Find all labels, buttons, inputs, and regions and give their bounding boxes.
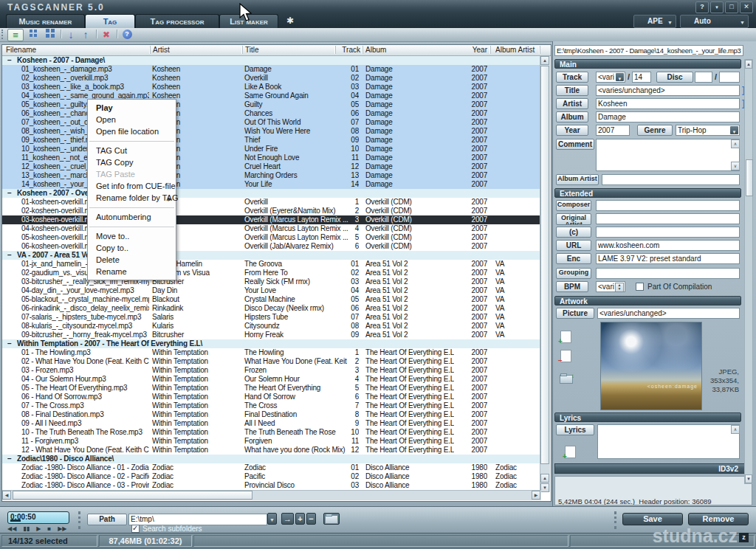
file-row[interactable]: 04 - Our Solemn Hour.mp3Within Temptatio… — [2, 375, 542, 384]
group-header-row[interactable]: Within Temptation - 2007 - The Heart Of … — [2, 339, 542, 348]
remove-picture-icon[interactable] — [560, 350, 571, 362]
collapse-icon[interactable] — [7, 56, 12, 65]
scroll-down-button[interactable]: ▼ — [540, 483, 549, 492]
window-shade-button[interactable]: ▼ — [710, 1, 724, 13]
file-row[interactable]: 06-kosheen-overkill.mp3Overkill (Jab/Alv… — [2, 242, 542, 251]
file-row[interactable]: 05-kosheen-overkill.mp3Overkill (Marcus … — [2, 233, 542, 242]
path-history-dropdown[interactable] — [267, 513, 277, 525]
title-label-button[interactable]: Title — [556, 85, 588, 96]
track-combo[interactable]: <vari — [596, 72, 625, 83]
file-row[interactable]: 03-bitcrusher_-_really_sick_fm_remix-my.… — [2, 277, 542, 286]
column-header-album[interactable]: Album — [365, 46, 386, 54]
album-art-image[interactable]: <osheen:damage — [600, 322, 702, 410]
disc-input[interactable] — [695, 72, 712, 83]
stop-button[interactable]: ■ — [47, 525, 51, 532]
grouping-input[interactable] — [596, 268, 740, 279]
menu-item-move-to[interactable]: Move to.. — [88, 230, 176, 242]
title-input[interactable]: <varies/unchanged> — [596, 85, 740, 96]
track-total-input[interactable]: 14 — [632, 72, 651, 83]
remove-path-button[interactable]: − — [306, 513, 316, 525]
encoder-input[interactable]: LAME 3.97 V2: preset standard — [596, 253, 740, 264]
composer-input[interactable] — [596, 200, 740, 211]
file-row[interactable]: 02-gaudium_vs._visua_-_from_here_to_...G… — [2, 269, 542, 277]
column-resize-handle[interactable] — [490, 46, 491, 54]
file-row[interactable]: 04_kosheen_-_same_ground_again.mp3Koshee… — [2, 92, 542, 100]
copyright-label-button[interactable]: (c) — [556, 227, 591, 238]
file-row[interactable]: 03_kosheen_-_like_a_book.mp3KosheenLike … — [2, 83, 542, 92]
lyrics-textarea[interactable] — [597, 424, 740, 459]
file-row[interactable]: 07-salaris_-_hipsters_tube-mycel.mp3Sala… — [2, 313, 542, 322]
genre-combo[interactable]: Trip-Hop — [676, 125, 740, 136]
collapse-icon[interactable] — [7, 455, 12, 463]
disc-label-button[interactable]: Disc — [656, 72, 693, 83]
add-lyrics-icon[interactable] — [565, 446, 576, 458]
export-picture-icon[interactable] — [560, 375, 573, 384]
file-row[interactable]: 04-day_din_-_your_love-mycel.mp3Day DinY… — [2, 286, 542, 295]
file-row[interactable]: 07 - The Cross.mp3Within TemptationThe C… — [2, 401, 542, 410]
file-row[interactable]: 08-kularis_-_citysoundz-mycel.mp3Kularis… — [2, 322, 542, 331]
browse-folder-button[interactable] — [323, 513, 340, 525]
section-header-main[interactable]: Main — [554, 59, 741, 69]
artist-label-button[interactable]: Artist — [556, 98, 588, 109]
album-artist-label-button[interactable]: Album Artist — [556, 174, 599, 185]
panel-scroll-thumb[interactable] — [746, 159, 753, 196]
column-header-track[interactable]: Track — [337, 46, 360, 54]
add-path-button[interactable]: + — [295, 513, 305, 525]
move-up-button[interactable] — [80, 29, 92, 40]
url-label-button[interactable]: URL — [556, 240, 591, 251]
file-row[interactable]: 04-kosheen-overkill.mp3Overkill (Marcus … — [2, 224, 542, 233]
scroll-left-button[interactable]: ◀ — [2, 491, 11, 500]
tab-music-renamer[interactable]: Music renamer — [6, 14, 85, 29]
file-row[interactable]: 09 - All I Need.mp3Within TemptationAll … — [2, 419, 542, 428]
pause-button[interactable]: ▮▮ — [23, 525, 30, 532]
chevron-down-icon[interactable] — [616, 73, 624, 81]
menu-item-tag-copy[interactable]: TAG Copy — [88, 156, 176, 168]
menu-item-open[interactable]: Open — [88, 114, 176, 125]
collapse-icon[interactable] — [7, 339, 12, 348]
comment-scroll-up[interactable]: ∧ — [731, 139, 740, 148]
panel-grip[interactable] — [614, 511, 619, 529]
menu-item-delete[interactable]: Delete — [88, 254, 176, 266]
comment-textarea[interactable] — [596, 139, 740, 171]
file-row[interactable]: 09-bitcrusher_-_horny_freak-mycel.mp3Bit… — [2, 331, 542, 339]
file-row[interactable]: 09_kosheen_-_thief.mp3KosheenThief09Dama… — [2, 136, 542, 145]
picture-label-button[interactable]: Picture — [556, 308, 594, 319]
lyrics-scroll-up[interactable]: ∧ — [731, 425, 740, 434]
panel-scrollbar[interactable]: ▲ ▼ — [744, 59, 753, 484]
group-header-row[interactable]: Kosheen - 2007 - Overkill (CDM)\ — [2, 189, 542, 198]
artist-input[interactable]: Kosheen — [596, 98, 740, 109]
search-subfolders-checkbox[interactable] — [131, 525, 140, 533]
move-down-button[interactable] — [65, 29, 77, 40]
vertical-scrollbar[interactable]: ▲ ▲ ▼ — [540, 56, 550, 492]
file-row[interactable]: 06-rinkadink_-_disco_delay_neelix_remix.… — [2, 304, 542, 313]
column-resize-handle[interactable] — [335, 46, 336, 54]
chevron-down-icon[interactable] — [730, 126, 738, 134]
file-row[interactable]: 10 - The Truth Beneath The Rose.mp3Withi… — [2, 428, 542, 437]
composer-label-button[interactable]: Composer — [556, 200, 591, 211]
file-row[interactable]: 02-kosheen-overkill.mp3Overkill (Eyerer&… — [2, 207, 542, 215]
collapse-icon[interactable] — [7, 251, 12, 260]
menu-item-copy-to[interactable]: Copy to.. — [88, 242, 176, 254]
menu-item-get-info-from-cue-file[interactable]: Get info from CUE-file — [88, 180, 176, 192]
vertical-scrollbar-thumb[interactable] — [540, 66, 549, 464]
group-header-row[interactable]: VA - 2007 - Area 51 Vol 2\ — [2, 251, 542, 260]
options-button[interactable] — [283, 15, 298, 27]
original-artist-input[interactable] — [596, 213, 740, 224]
go-button[interactable]: → — [281, 513, 294, 525]
file-row[interactable]: 11_kosheen_-_not_enough_love.mp3KosheenN… — [2, 153, 542, 162]
menu-item-rename-folder-by-tag[interactable]: Rename folder by TAG — [88, 192, 176, 204]
panel-grip[interactable] — [78, 511, 83, 529]
rewind-button[interactable]: ◀◀ — [7, 525, 16, 532]
window-close-button[interactable]: ✕ — [740, 1, 753, 13]
year-label-button[interactable]: Year — [556, 125, 588, 136]
toolbar-grip[interactable] — [1, 30, 6, 39]
grid-view-button[interactable] — [27, 29, 38, 40]
window-maximize-button[interactable]: □ — [725, 1, 738, 13]
column-header-filename[interactable]: Filename — [6, 46, 36, 54]
horizontal-scrollbar-thumb[interactable] — [13, 491, 252, 500]
panel-scroll-up[interactable]: ▲ — [745, 60, 752, 69]
album-label-button[interactable]: Album — [556, 111, 588, 122]
tab-tag-processor[interactable]: Tag processor — [135, 14, 219, 29]
genre-label-button[interactable]: Genre — [637, 125, 673, 136]
file-row[interactable]: 01-kosheen-overkill.mp3Overkill1Overkill… — [2, 198, 542, 207]
